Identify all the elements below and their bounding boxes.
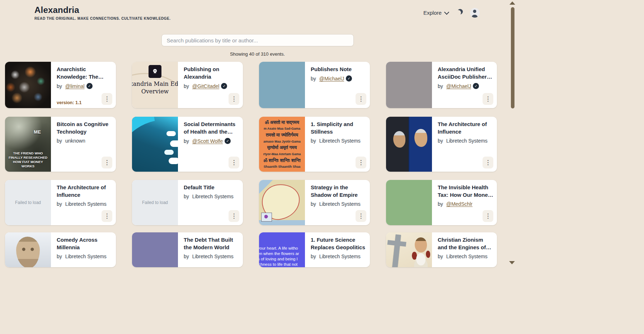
- moon-icon: [456, 10, 461, 15]
- publication-thumbnail: [259, 180, 305, 225]
- profile-button[interactable]: [470, 8, 480, 18]
- author-link[interactable]: @MedSchlr: [446, 201, 473, 207]
- publication-card[interactable]: METHE FRIEND WHO FINALLY RESEARCHED HOW …: [5, 117, 116, 172]
- author-name: unknown: [65, 138, 85, 144]
- card-menu-button[interactable]: ⋮: [229, 157, 239, 168]
- jesus-and-cross-painting: [415, 237, 427, 252]
- author-by-label: by: [438, 83, 445, 89]
- card-content: 1. Future Science Replaces Geopolitics b…: [305, 232, 370, 267]
- author-by-label: by: [438, 138, 445, 144]
- publication-title: Publishers Note: [311, 65, 366, 73]
- verified-badge-icon: ✓: [225, 138, 231, 144]
- publication-card[interactable]: Failed to load The Architecture of Influ…: [5, 180, 116, 225]
- publication-card[interactable]: Comedy Across Millennia by Libretech Sys…: [5, 232, 116, 267]
- explore-menu-button[interactable]: Explore: [423, 10, 448, 16]
- kebab-menu-icon: ⋮: [231, 95, 237, 103]
- card-menu-button[interactable]: ⋮: [483, 93, 493, 105]
- author-by-label: by: [311, 76, 318, 82]
- sanskrit-text-line: amaso Maa Jyotir-Gama: [263, 140, 301, 143]
- author-name: Libretech Systems: [319, 138, 361, 144]
- results-count: Showing 40 of 310 events.: [0, 51, 515, 57]
- author-by-label: by: [57, 201, 64, 207]
- publication-card[interactable]: The Invisible Health Tax: How Our Mone… …: [386, 180, 497, 225]
- publication-card[interactable]: xandria Main EdiOverview Publishing on A…: [132, 62, 243, 108]
- author-link[interactable]: @GitCitadel: [192, 83, 220, 89]
- author-link[interactable]: @liminal: [65, 83, 85, 89]
- publication-card[interactable]: Strategy in the Shadow of Empire by Libr…: [259, 180, 370, 225]
- author-by-label: by: [57, 83, 64, 89]
- publication-card[interactable]: Failed to load Default Title by Libretec…: [132, 180, 243, 225]
- publication-title: Christian Zionism and the Engines of…: [438, 236, 493, 251]
- card-menu-button[interactable]: ⋮: [102, 93, 112, 105]
- card-menu-button[interactable]: ⋮: [229, 210, 239, 222]
- publication-card[interactable]: Alexandria Unified AsciiDoc Publisher… b…: [386, 62, 497, 108]
- theme-toggle-button[interactable]: [455, 9, 464, 17]
- card-content: Bitcoin as Cognitive Technology by unkno…: [51, 117, 116, 172]
- publication-thumbnail: [386, 62, 432, 108]
- card-content: Alexandria Unified AsciiDoc Publisher… b…: [432, 62, 497, 108]
- author-by-label: by: [184, 254, 191, 259]
- card-menu-button[interactable]: ⋮: [356, 93, 366, 105]
- card-content: 1. Simplicity and Stillness by Libretech…: [305, 117, 370, 172]
- card-menu-button[interactable]: ⋮: [102, 157, 112, 168]
- kebab-menu-icon: ⋮: [485, 212, 491, 220]
- author-row: by @MedSchlr: [438, 201, 493, 207]
- card-content: The Architecture of Influence by Librete…: [51, 180, 116, 225]
- publication-card[interactable]: Christian Zionism and the Engines of… by…: [386, 232, 497, 267]
- author-by-label: by: [311, 138, 318, 144]
- author-by-label: by: [311, 254, 318, 259]
- publication-card[interactable]: The Architecture of Influence by Librete…: [386, 117, 497, 172]
- kebab-menu-icon: ⋮: [104, 95, 110, 103]
- sanskrit-text-line: तमसो मा ज्योतिर्गमय: [266, 133, 298, 138]
- author-name: Libretech Systems: [319, 254, 361, 259]
- author-row: by Libretech Systems: [438, 254, 493, 259]
- quote-line: ichness to life that not: [259, 262, 299, 267]
- publication-card[interactable]: Publishers Note by @MichaelJ✓ ⋮: [259, 62, 370, 108]
- publication-card[interactable]: ॐ असतो मा सद्गमयm Asato Maa Sad-Gamaतमसो…: [259, 117, 370, 172]
- alexandria-logo-icon: [149, 65, 161, 78]
- author-link[interactable]: @MichaelJ: [446, 83, 471, 89]
- quote-line: s of loving and being l: [259, 256, 299, 262]
- author-row: by unknown: [57, 138, 112, 144]
- kebab-menu-icon: ⋮: [104, 212, 110, 220]
- publication-card[interactable]: your heart. A life withoen when the flow…: [259, 232, 370, 267]
- author-name: Libretech Systems: [192, 254, 234, 259]
- card-menu-button[interactable]: ⋮: [102, 210, 112, 222]
- publication-title: Comedy Across Millennia: [57, 236, 112, 251]
- publication-title: Publishing on Alexandria: [184, 65, 239, 80]
- card-menu-button[interactable]: ⋮: [483, 157, 493, 168]
- thumbnail-error-text: Failed to load: [15, 200, 41, 205]
- publication-card[interactable]: Social Determinants of Health and the… b…: [132, 117, 243, 172]
- publication-card[interactable]: Anarchistic Knowledge: The Art… by @limi…: [5, 62, 116, 108]
- scrollbar-up-button[interactable]: [509, 1, 515, 5]
- card-content: Default Title by Libretech Systems ⋮: [178, 180, 243, 225]
- user-avatar-icon: [473, 10, 476, 13]
- card-menu-button[interactable]: ⋮: [356, 210, 366, 222]
- sanskrit-text-line: rtyor-Maa Amrtam Gama: [263, 152, 301, 156]
- card-menu-button[interactable]: ⋮: [483, 210, 493, 222]
- thumbnail-text-line: xandria Main Edi: [132, 80, 178, 88]
- publication-thumbnail: ॐ असतो मा सद्गमयm Asato Maa Sad-Gamaतमसो…: [259, 117, 305, 172]
- author-link[interactable]: @MichaelJ: [319, 76, 344, 82]
- card-menu-button[interactable]: ⋮: [356, 157, 366, 168]
- author-link[interactable]: @Scott Wolfe: [192, 138, 223, 144]
- publication-thumbnail: [5, 62, 51, 108]
- explore-label: Explore: [423, 10, 442, 16]
- quote-line: en when the flowers ar: [259, 251, 299, 256]
- thumbnail-error-text: Failed to load: [142, 200, 168, 205]
- publication-card[interactable]: The Debt That Built the Modern World by …: [132, 232, 243, 267]
- scrollbar-thumb[interactable]: [511, 7, 514, 108]
- author-row: by Libretech Systems: [311, 254, 366, 259]
- scrollbar-down-button[interactable]: [509, 261, 515, 264]
- publication-title: The Architecture of Influence: [57, 184, 112, 199]
- publication-thumbnail: [132, 117, 178, 172]
- publication-title: Anarchistic Knowledge: The Art…: [57, 65, 112, 80]
- card-menu-button[interactable]: ⋮: [229, 93, 239, 105]
- author-by-label: by: [438, 201, 445, 207]
- sanskrit-text-line: m Asato Maa Sad-Gama: [264, 127, 300, 130]
- publication-title: Social Determinants of Health and the…: [184, 120, 239, 135]
- search-input[interactable]: [161, 34, 354, 46]
- app-title: Alexandria: [34, 5, 171, 15]
- publication-thumbnail: your heart. A life withoen when the flow…: [259, 232, 305, 267]
- kebab-menu-icon: ⋮: [358, 159, 364, 166]
